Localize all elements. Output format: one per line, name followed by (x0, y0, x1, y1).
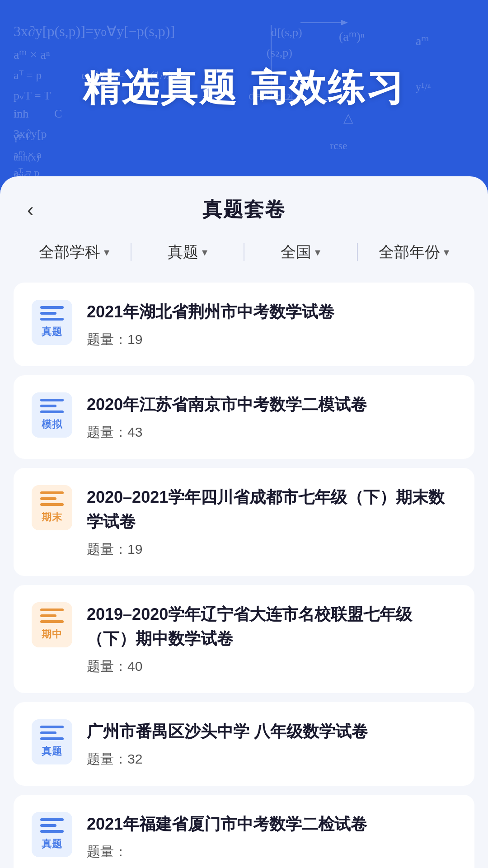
item-title: 广州市番禺区沙头中学 八年级数学试卷 (87, 719, 456, 744)
list-item[interactable]: 期末 2020–2021学年四川省成都市七年级（下）期末数学试卷 题量：19 (14, 468, 474, 576)
filter-subject[interactable]: 全部学科 ▾ (18, 236, 131, 269)
item-title: 2019–2020学年辽宁省大连市名校联盟七年级（下）期中数学试卷 (87, 602, 456, 651)
filter-year[interactable]: 全部年份 ▾ (358, 236, 470, 269)
item-meta: 题量：43 (87, 423, 456, 442)
hero-title: 精选真题 高效练习 (83, 63, 406, 113)
item-title: 2021年福建省厦门市中考数学二检试卷 (87, 812, 456, 836)
badge-icon-zhenti3: 真题 (32, 812, 72, 857)
badge-icon-zhenti: 真题 (32, 300, 72, 345)
item-title: 2020年江苏省南京市中考数学二模试卷 (87, 392, 456, 417)
item-meta: 题量：40 (87, 657, 456, 676)
list-item[interactable]: 真题 2021年湖北省荆州市中考数学试卷 题量：19 (14, 283, 474, 366)
badge-icon-moni: 模拟 (32, 392, 72, 438)
list-item[interactable]: 模拟 2020年江苏省南京市中考数学二模试卷 题量：43 (14, 375, 474, 459)
card-header: ‹ 真题套卷 (0, 176, 488, 236)
list-item[interactable]: 期中 2019–2020学年辽宁省大连市名校联盟七年级（下）期中数学试卷 题量：… (14, 585, 474, 693)
item-title: 2021年湖北省荆州市中考数学试卷 (87, 300, 456, 324)
badge-icon-qimo: 期末 (32, 485, 72, 530)
filter-region[interactable]: 全国 ▾ (244, 236, 357, 269)
filter-row: 全部学科 ▾ 真题 ▾ 全国 ▾ 全部年份 ▾ (0, 236, 488, 269)
exam-list: 真题 2021年湖北省荆州市中考数学试卷 题量：19 模拟 2020年江苏省南 (0, 283, 488, 868)
chevron-down-icon: ▾ (315, 246, 320, 259)
badge-icon-zhenti2: 真题 (32, 719, 72, 764)
chevron-down-icon: ▾ (202, 246, 207, 259)
hero-section: 精选真题 高效练习 (0, 0, 488, 176)
main-card: ‹ 真题套卷 全部学科 ▾ 真题 ▾ 全国 ▾ 全部年份 ▾ (0, 176, 488, 868)
badge-icon-qizhong: 期中 (32, 602, 72, 647)
item-meta: 题量：19 (87, 540, 456, 559)
item-meta: 题量： (87, 843, 456, 861)
list-item[interactable]: 真题 广州市番禺区沙头中学 八年级数学试卷 题量：32 (14, 702, 474, 786)
filter-type[interactable]: 真题 ▾ (131, 236, 244, 269)
item-title: 2020–2021学年四川省成都市七年级（下）期末数学试卷 (87, 485, 456, 534)
chevron-down-icon: ▾ (444, 246, 449, 259)
item-meta: 题量：19 (87, 330, 456, 349)
item-meta: 题量：32 (87, 750, 456, 769)
page-title: 真题套卷 (202, 196, 286, 223)
list-item[interactable]: 真题 2021年福建省厦门市中考数学二检试卷 题量： (14, 795, 474, 868)
back-button[interactable]: ‹ (27, 200, 34, 220)
chevron-down-icon: ▾ (104, 246, 109, 259)
